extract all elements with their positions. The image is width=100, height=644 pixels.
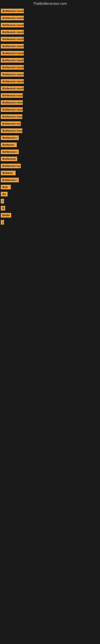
bottleneck-result-label: Bottleneck r [1, 150, 19, 154]
list-item: Bo [0, 190, 100, 198]
bottleneck-result-label: Bottleneck result [1, 9, 24, 13]
bottleneck-result-label: Bottleneck result [1, 58, 24, 62]
list-item: Bottleneck r [0, 176, 100, 184]
list-item: Bottleneck res [0, 162, 100, 170]
bottleneck-result-label: Bottlenec [1, 142, 17, 147]
bottleneck-result-label: Bo [1, 192, 8, 196]
list-item: Bottleneck result [0, 14, 100, 22]
bottleneck-result-label: Bottleneck r [1, 136, 19, 140]
list-item: Bottleneck result [0, 106, 100, 113]
bottleneck-result-label: Bottleneck res [1, 121, 21, 126]
list-item: Bottle [0, 212, 100, 219]
list-item: B [0, 205, 100, 212]
list-item: Bottleneck result [0, 78, 100, 85]
list-item: Bottleneck result [0, 57, 100, 64]
bottleneck-result-label: Bottleneck result [1, 65, 24, 70]
bottleneck-result-label: Bottle [1, 213, 11, 218]
bottleneck-result-label: | [1, 199, 4, 204]
list-item: Bottleneck result [0, 50, 100, 57]
list-item: Bott [0, 184, 100, 190]
list-item: Bottleneck result [0, 36, 100, 43]
list-item: Bottleneck result [0, 22, 100, 28]
list-item: Bottleneck result [0, 64, 100, 71]
list-item: Bottleneck result [0, 127, 100, 134]
list-item: | [0, 219, 100, 226]
bottleneck-result-label: Bottleneck result [1, 114, 22, 119]
bottleneck-result-label: Bottleneck result [1, 51, 24, 56]
list-item: Bottleneck result [0, 28, 100, 36]
list-item: Bottleneck result [0, 8, 100, 14]
list-item: Bottleneck r [0, 148, 100, 155]
bottleneck-result-label: Bottleneck result [1, 16, 24, 20]
list-item: Bottlene [0, 170, 100, 176]
bottleneck-result-label: Bott [1, 185, 11, 190]
list-item: Bottleneck result [0, 85, 100, 92]
bottleneck-result-label: Bottleneck [1, 156, 17, 161]
bottleneck-result-label: Bottlene [1, 171, 16, 175]
bottleneck-result-label: Bottleneck result [1, 72, 24, 77]
list-item: Bottleneck r [0, 134, 100, 141]
bottleneck-result-label: Bottleneck result [1, 23, 24, 27]
list-item: Bottleneck [0, 155, 100, 162]
bottleneck-result-label: Bottleneck result [1, 100, 23, 105]
bottleneck-result-label: Bottleneck result [1, 107, 23, 112]
bottleneck-result-label: Bottleneck r [1, 178, 19, 182]
list-item: Bottleneck res [0, 120, 100, 127]
bottleneck-result-label: Bottleneck result [1, 93, 23, 98]
bottleneck-result-label: Bottleneck result [1, 79, 24, 84]
bottleneck-result-label: | [1, 220, 4, 224]
list-item: Bottleneck result [0, 92, 100, 99]
bottleneck-result-label: Bottleneck res [1, 164, 21, 168]
bottleneck-result-label: Bottleneck result [1, 44, 24, 48]
list-item: | [0, 198, 100, 205]
bottleneck-result-label: Bottleneck result [1, 30, 24, 34]
list-item: Bottleneck result [0, 99, 100, 106]
site-title: TheBottlenecker.com [0, 0, 100, 8]
list-item: Bottlenec [0, 141, 100, 148]
bottleneck-result-label: Bottleneck result [1, 37, 24, 42]
list-item: Bottleneck result [0, 71, 100, 78]
list-item: Bottleneck result [0, 43, 100, 50]
bottleneck-result-label: Bottleneck result [1, 128, 22, 133]
bottleneck-result-label: B [1, 206, 5, 210]
bottleneck-result-label: Bottleneck result [1, 86, 24, 91]
list-item: Bottleneck result [0, 113, 100, 120]
